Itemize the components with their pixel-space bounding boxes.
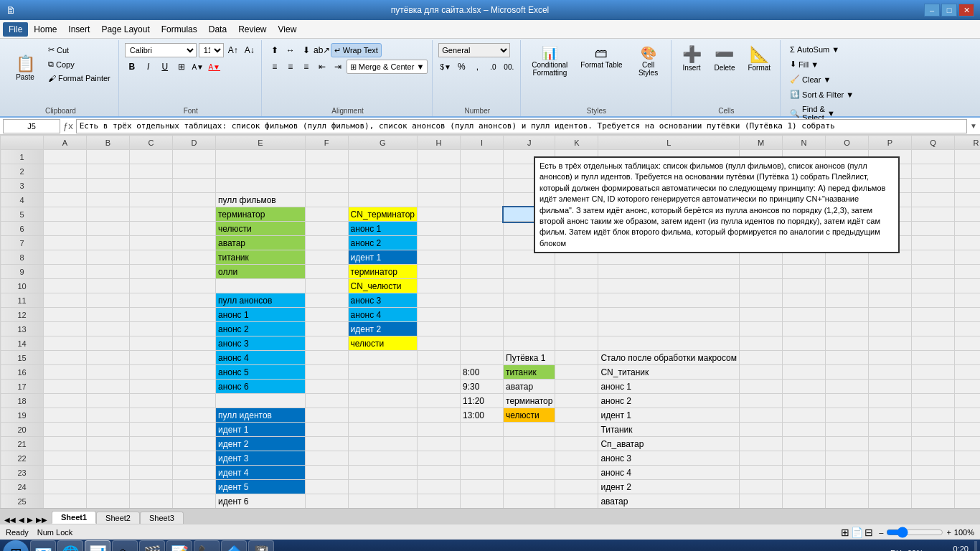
cell-r24[interactable]: [955, 480, 980, 494]
cell-styles-button[interactable]: 🎨 CellStyles: [631, 43, 666, 80]
cell-o17[interactable]: [826, 380, 869, 394]
indent-increase-btn[interactable]: ⇥: [331, 60, 345, 74]
cell-o14[interactable]: [826, 336, 869, 351]
cell-m11[interactable]: [740, 293, 783, 308]
cell-a25[interactable]: [44, 494, 87, 509]
cell-r20[interactable]: [955, 423, 980, 437]
cell-b23[interactable]: [87, 466, 130, 480]
cell-f24[interactable]: [305, 480, 348, 494]
cell-d21[interactable]: [173, 437, 216, 451]
cell-l13[interactable]: [598, 322, 740, 336]
cell-c8[interactable]: [130, 250, 173, 265]
cell-q4[interactable]: [912, 193, 955, 207]
cell-g23[interactable]: [348, 466, 417, 480]
indent-decrease-btn[interactable]: ⇤: [315, 60, 329, 74]
cell-m15[interactable]: [740, 351, 783, 365]
cell-e13[interactable]: анонс 2: [216, 322, 306, 336]
font-family-select[interactable]: Calibri: [125, 43, 197, 57]
cell-j20[interactable]: [504, 423, 555, 437]
cell-f18[interactable]: [305, 394, 348, 408]
cell-q8[interactable]: [912, 250, 955, 265]
cell-p10[interactable]: [869, 279, 912, 293]
cell-i1[interactable]: [461, 150, 504, 164]
col-a[interactable]: A: [44, 136, 87, 150]
cell-p12[interactable]: [869, 308, 912, 322]
cell-j10[interactable]: [504, 279, 555, 293]
cell-n23[interactable]: [783, 466, 826, 480]
cell-e10[interactable]: [216, 279, 306, 293]
align-left-btn[interactable]: ≡: [268, 60, 282, 74]
cell-r13[interactable]: [955, 322, 980, 336]
cell-a9[interactable]: [44, 265, 87, 279]
cell-b12[interactable]: [87, 308, 130, 322]
cell-a10[interactable]: [44, 279, 87, 293]
zoom-out-btn[interactable]: –: [879, 528, 883, 537]
col-n[interactable]: N: [783, 136, 826, 150]
cell-i18[interactable]: 11:20: [461, 394, 504, 408]
cell-a13[interactable]: [44, 322, 87, 336]
sheet-prev-btn[interactable]: ◀◀: [3, 516, 17, 524]
cell-q22[interactable]: [912, 451, 955, 466]
taskbar-teams[interactable]: 🔷: [221, 540, 247, 551]
cell-e3[interactable]: [216, 179, 306, 193]
format-painter-button[interactable]: 🖌 Format Painter: [44, 72, 114, 85]
cell-b9[interactable]: [87, 265, 130, 279]
cell-r23[interactable]: [955, 466, 980, 480]
cell-l9[interactable]: [598, 265, 740, 279]
autosum-button[interactable]: Σ AutoSum ▼: [786, 43, 843, 56]
cell-i20[interactable]: [461, 423, 504, 437]
cell-i22[interactable]: [461, 451, 504, 466]
col-q[interactable]: Q: [912, 136, 955, 150]
cell-q5[interactable]: [912, 207, 955, 222]
cell-o19[interactable]: [826, 408, 869, 423]
cell-k16[interactable]: [555, 365, 598, 380]
cell-e23[interactable]: идент 4: [216, 466, 306, 480]
cell-b13[interactable]: [87, 322, 130, 336]
cell-f5[interactable]: [305, 207, 348, 222]
taskbar-chrome[interactable]: 🌐: [57, 540, 83, 551]
cell-m12[interactable]: [740, 308, 783, 322]
cell-f19[interactable]: [305, 408, 348, 423]
cell-o11[interactable]: [826, 293, 869, 308]
cell-j23[interactable]: [504, 466, 555, 480]
cell-k21[interactable]: [555, 437, 598, 451]
cell-g17[interactable]: [348, 380, 417, 394]
cell-e6[interactable]: челюсти: [216, 222, 306, 236]
cell-h21[interactable]: [418, 437, 461, 451]
cell-b3[interactable]: [87, 179, 130, 193]
format-as-table-button[interactable]: 🗃 Format Table: [575, 43, 627, 72]
cell-a23[interactable]: [44, 466, 87, 480]
cell-p25[interactable]: [869, 494, 912, 509]
cell-b11[interactable]: [87, 293, 130, 308]
cell-o21[interactable]: [826, 437, 869, 451]
cell-g3[interactable]: [348, 179, 417, 193]
name-box[interactable]: [3, 119, 60, 133]
sort-filter-button[interactable]: 🔃 Sort & Filter ▼: [786, 88, 857, 101]
cell-g2[interactable]: [348, 164, 417, 179]
cell-d6[interactable]: [173, 222, 216, 236]
taskbar-outlook[interactable]: 📧: [30, 540, 56, 551]
cell-i24[interactable]: [461, 480, 504, 494]
cell-b8[interactable]: [87, 250, 130, 265]
cell-i2[interactable]: [461, 164, 504, 179]
cell-f10[interactable]: [305, 279, 348, 293]
col-d[interactable]: D: [173, 136, 216, 150]
cell-d15[interactable]: [173, 351, 216, 365]
cell-n13[interactable]: [783, 322, 826, 336]
cell-k13[interactable]: [555, 322, 598, 336]
sheet-next-btn[interactable]: ▶▶: [34, 516, 49, 524]
cell-q19[interactable]: [912, 408, 955, 423]
cell-h2[interactable]: [418, 164, 461, 179]
align-bottom-btn[interactable]: ⬇: [299, 43, 314, 57]
cell-e14[interactable]: анонс 3: [216, 336, 306, 351]
cell-g18[interactable]: [348, 394, 417, 408]
cell-d8[interactable]: [173, 250, 216, 265]
cell-d23[interactable]: [173, 466, 216, 480]
cell-c2[interactable]: [130, 164, 173, 179]
cell-c4[interactable]: [130, 193, 173, 207]
menu-insert[interactable]: Insert: [62, 22, 95, 37]
cell-e16[interactable]: анонс 5: [216, 365, 306, 380]
cell-a24[interactable]: [44, 480, 87, 494]
cell-k19[interactable]: [555, 408, 598, 423]
cell-d7[interactable]: [173, 236, 216, 250]
